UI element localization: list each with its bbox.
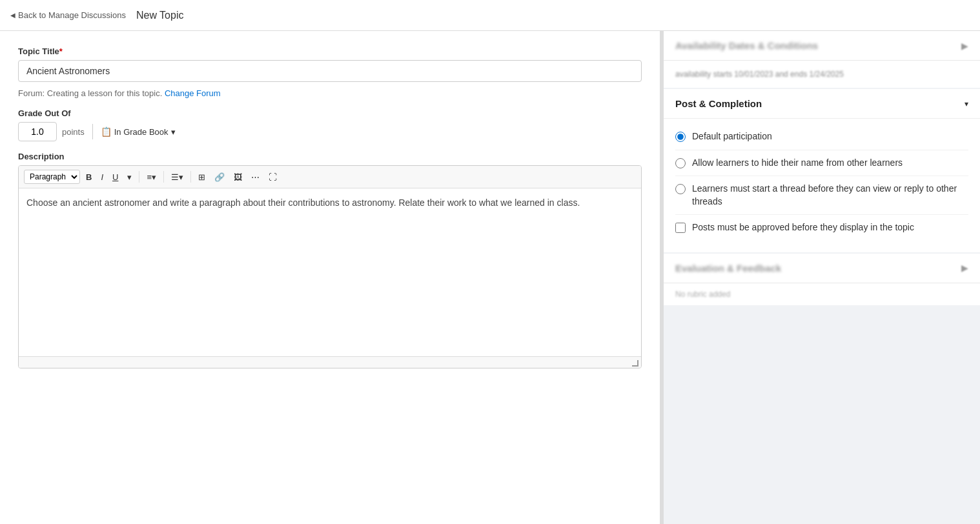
availability-dates-text: availability starts 10/01/2023 and ends … xyxy=(675,70,968,79)
more-button[interactable]: ⋯ xyxy=(248,170,263,184)
underline-dropdown-button[interactable]: ▾ xyxy=(124,170,135,184)
bold-button[interactable]: B xyxy=(83,170,95,184)
option-hide-name: Allow learners to hide their name from o… xyxy=(675,150,968,177)
points-label: points xyxy=(62,127,85,137)
option-start-thread: Learners must start a thread before they… xyxy=(675,176,968,215)
right-panel: Availability Dates & Conditions ▶ availa… xyxy=(664,31,980,524)
post-completion-header[interactable]: Post & Completion ▾ xyxy=(664,89,980,118)
gradebook-label: In Grade Book xyxy=(114,127,168,137)
toolbar-divider-3 xyxy=(190,171,191,183)
toolbar-divider-1 xyxy=(139,171,139,183)
resize-handle[interactable] xyxy=(632,360,638,367)
evaluation-section-title: Evaluation & Feedback xyxy=(675,263,781,274)
change-forum-link[interactable]: Change Forum xyxy=(165,88,221,98)
required-marker: * xyxy=(59,46,63,56)
gradebook-button[interactable]: 📋 In Grade Book ▾ xyxy=(101,126,176,137)
main-layout: Topic Title* Forum: Creating a lesson fo… xyxy=(0,31,980,524)
toolbar-divider-2 xyxy=(163,171,164,183)
editor-footer xyxy=(19,356,641,368)
editor-container: Paragraph B I U ▾ ≡▾ ☰▾ ⊞ 🔗 🖼 ⋯ ⛶ Choose… xyxy=(18,165,642,368)
editor-body[interactable]: Choose an ancient astronomer and write a… xyxy=(19,188,641,356)
grade-row: points 📋 In Grade Book ▾ xyxy=(18,122,642,141)
post-completion-chevron-icon: ▾ xyxy=(965,99,968,108)
option-default-label: Default participation xyxy=(692,130,772,143)
no-rubric-text: No rubric added xyxy=(675,290,968,299)
post-completion-title: Post & Completion xyxy=(675,98,762,109)
grade-input[interactable] xyxy=(18,122,57,141)
forum-line: Forum: Creating a lesson for this topic.… xyxy=(18,88,642,98)
availability-section-header: Availability Dates & Conditions ▶ xyxy=(664,31,980,61)
availability-section-title: Availability Dates & Conditions xyxy=(675,40,818,51)
link-button[interactable]: 🔗 xyxy=(211,170,228,184)
back-link[interactable]: Back to Manage Discussions xyxy=(10,10,126,20)
option-approve-posts-checkbox[interactable] xyxy=(675,223,686,233)
option-start-thread-label: Learners must start a thread before they… xyxy=(692,183,968,208)
post-completion-body: Default participation Allow learners to … xyxy=(664,118,980,252)
image-button[interactable]: 🖼 xyxy=(230,170,245,184)
fullscreen-button[interactable]: ⛶ xyxy=(265,170,280,184)
evaluation-section: Evaluation & Feedback ▶ No rubric added xyxy=(664,254,980,305)
grade-divider xyxy=(92,124,93,139)
page-title-nav: New Topic xyxy=(136,10,184,21)
table-button[interactable]: ⊞ xyxy=(195,170,209,184)
italic-button[interactable]: I xyxy=(97,170,107,184)
top-bar: Back to Manage Discussions New Topic xyxy=(0,0,980,31)
evaluation-expand-icon[interactable]: ▶ xyxy=(961,263,968,273)
topic-title-input[interactable] xyxy=(18,60,642,82)
editor-toolbar: Paragraph B I U ▾ ≡▾ ☰▾ ⊞ 🔗 🖼 ⋯ ⛶ xyxy=(19,166,641,188)
align-button[interactable]: ≡▾ xyxy=(143,170,159,184)
availability-section: Availability Dates & Conditions ▶ availa… xyxy=(664,31,980,88)
option-start-thread-radio[interactable] xyxy=(675,184,686,194)
option-default: Default participation xyxy=(675,124,968,150)
option-approve-posts: Posts must be approved before they displ… xyxy=(675,215,968,241)
grade-out-of-label: Grade Out Of xyxy=(18,108,642,118)
option-default-radio[interactable] xyxy=(675,132,686,142)
post-completion-section: Post & Completion ▾ Default participatio… xyxy=(664,89,980,252)
underline-button[interactable]: U xyxy=(109,170,121,184)
evaluation-section-body: No rubric added xyxy=(664,283,980,305)
gradebook-icon: 📋 xyxy=(101,126,112,137)
evaluation-section-header: Evaluation & Feedback ▶ xyxy=(664,254,980,283)
list-button[interactable]: ☰▾ xyxy=(168,170,187,184)
availability-section-body: availability starts 10/01/2023 and ends … xyxy=(664,61,980,88)
availability-expand-icon[interactable]: ▶ xyxy=(961,41,968,51)
left-panel: Topic Title* Forum: Creating a lesson fo… xyxy=(0,31,664,524)
paragraph-select[interactable]: Paragraph xyxy=(24,170,80,184)
description-label: Description xyxy=(18,152,642,161)
option-hide-name-radio[interactable] xyxy=(675,158,686,168)
option-approve-posts-label: Posts must be approved before they displ… xyxy=(692,221,914,234)
topic-title-label: Topic Title* xyxy=(18,46,642,56)
option-hide-name-label: Allow learners to hide their name from o… xyxy=(692,157,903,170)
gradebook-chevron-icon: ▾ xyxy=(171,127,176,137)
